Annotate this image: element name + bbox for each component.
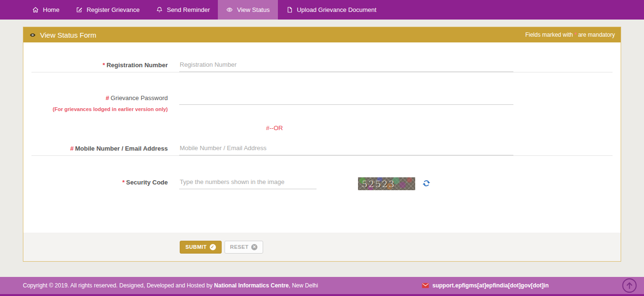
support-email-text: support.epfigms[at]epfindia[dot]gov[dot]… bbox=[432, 282, 549, 289]
nav-item-view-status[interactable]: View Status bbox=[218, 0, 277, 20]
card-header: View Status Form Fields marked with*are … bbox=[23, 27, 621, 42]
submit-button[interactable]: SUBMIT ✓ bbox=[180, 241, 222, 254]
required-marker: * bbox=[123, 179, 125, 186]
nav-item-label: Upload Grievance Document bbox=[297, 6, 377, 13]
form-actions: SUBMIT ✓ RESET ✕ bbox=[23, 233, 621, 261]
mobile-email-input[interactable] bbox=[179, 143, 513, 155]
reset-button-label: RESET bbox=[230, 244, 249, 250]
page: Home Register Grievance Send Reminder Vi… bbox=[0, 0, 644, 296]
copyright-org: National Informatics Centre bbox=[214, 282, 289, 289]
security-code-input[interactable] bbox=[179, 177, 317, 189]
captcha-refresh-button[interactable] bbox=[422, 179, 431, 188]
grievance-password-row: #Grievance Password (For grievances lodg… bbox=[23, 92, 621, 112]
card-title: View Status Form bbox=[29, 31, 96, 39]
register-grievance-icon bbox=[76, 6, 83, 13]
view-status-icon bbox=[226, 6, 233, 13]
send-reminder-icon bbox=[156, 6, 163, 13]
upload-document-icon bbox=[286, 6, 293, 13]
optional-marker: # bbox=[106, 94, 109, 102]
nav-item-label: Register Grievance bbox=[87, 6, 140, 13]
nav-item-send-reminder[interactable]: Send Reminder bbox=[148, 0, 218, 20]
mobile-email-label: #Mobile Number / Email Address bbox=[23, 143, 179, 153]
field-label: Security Code bbox=[126, 179, 168, 186]
nav-item-label: Send Reminder bbox=[167, 6, 210, 13]
times-circle-icon: ✕ bbox=[251, 244, 257, 250]
reset-button[interactable]: RESET ✕ bbox=[225, 241, 264, 254]
registration-number-label: *Registration Number bbox=[23, 60, 179, 69]
home-icon bbox=[32, 6, 39, 13]
mandatory-note-suffix: are mandatory bbox=[578, 31, 615, 38]
support-email-link[interactable]: support.epfigms[at]epfindia[dot]gov[dot]… bbox=[422, 282, 549, 289]
envelope-icon bbox=[422, 283, 429, 288]
copyright-suffix: , New Delhi bbox=[289, 282, 318, 289]
mandatory-star: * bbox=[574, 31, 577, 38]
view-status-form: *Registration Number #Grievance Password… bbox=[23, 42, 621, 233]
mobile-email-row: #Mobile Number / Email Address bbox=[23, 143, 621, 155]
grievance-password-hint: (For grievances lodged in earlier versio… bbox=[23, 106, 168, 112]
field-label: Mobile Number / Email Address bbox=[75, 145, 168, 152]
grievance-password-label: #Grievance Password (For grievances lodg… bbox=[23, 92, 179, 112]
nav-item-label: View Status bbox=[237, 6, 269, 13]
scroll-to-top-button[interactable] bbox=[622, 278, 637, 294]
submit-button-label: SUBMIT bbox=[185, 244, 207, 250]
nav-item-register-grievance[interactable]: Register Grievance bbox=[68, 0, 148, 20]
captcha-image: 52523 bbox=[358, 177, 415, 190]
or-separator: #--OR bbox=[23, 124, 621, 132]
field-label: Grievance Password bbox=[111, 94, 168, 102]
check-circle-icon: ✓ bbox=[210, 244, 216, 250]
top-nav: Home Register Grievance Send Reminder Vi… bbox=[0, 0, 644, 20]
main-content: View Status Form Fields marked with*are … bbox=[0, 20, 644, 277]
registration-number-input[interactable] bbox=[179, 60, 513, 72]
nav-item-upload-grievance-document[interactable]: Upload Grievance Document bbox=[278, 0, 385, 20]
nav-item-home[interactable]: Home bbox=[24, 0, 68, 20]
mandatory-fields-note: Fields marked with*are mandatory bbox=[525, 31, 615, 38]
optional-marker: # bbox=[70, 145, 73, 152]
registration-number-row: *Registration Number bbox=[23, 60, 621, 72]
section-divider bbox=[31, 155, 613, 156]
grievance-password-input[interactable] bbox=[179, 92, 513, 105]
required-marker: * bbox=[102, 61, 105, 69]
page-footer: Copyright © 2019. All rights reserved. D… bbox=[0, 277, 644, 296]
section-divider bbox=[31, 72, 613, 72]
security-code-row: *Security Code 52523 bbox=[23, 177, 621, 190]
page-title: View Status Form bbox=[40, 31, 96, 39]
eye-icon bbox=[29, 31, 36, 39]
arrow-up-circle-icon bbox=[622, 278, 637, 294]
captcha-text: 52523 bbox=[358, 179, 395, 189]
refresh-icon bbox=[422, 179, 431, 188]
nav-item-label: Home bbox=[43, 6, 60, 13]
copyright-text: Copyright © 2019. All rights reserved. D… bbox=[23, 282, 318, 289]
view-status-form-card: View Status Form Fields marked with*are … bbox=[23, 27, 621, 262]
field-label: Registration Number bbox=[106, 61, 168, 69]
security-code-label: *Security Code bbox=[23, 177, 179, 186]
mandatory-note-prefix: Fields marked with bbox=[525, 31, 573, 38]
copyright-prefix: Copyright © 2019. All rights reserved. D… bbox=[23, 282, 214, 289]
